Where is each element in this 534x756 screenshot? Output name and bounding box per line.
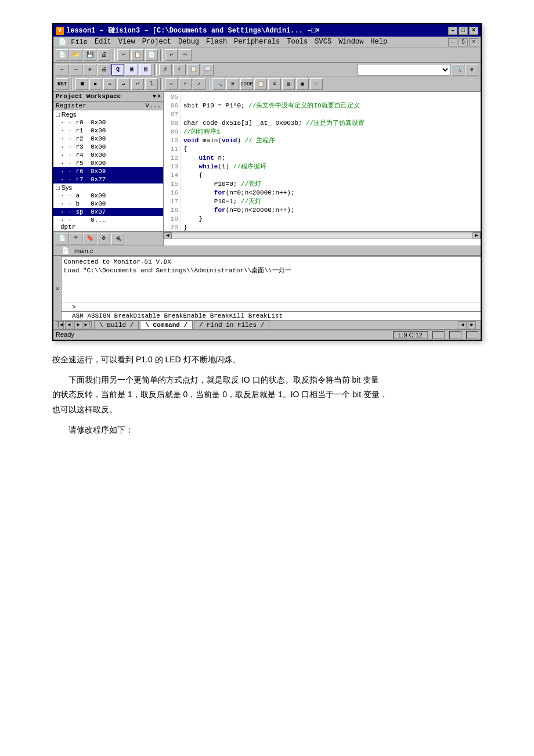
reg-row-r4[interactable]: · · r4 0x00: [53, 151, 163, 159]
reg-row-r6[interactable]: · · r6 0x09: [53, 167, 163, 175]
debug-btn2[interactable]: ▶: [89, 78, 102, 90]
save-button[interactable]: 💾: [84, 49, 96, 61]
tab-nav-last[interactable]: ►|: [84, 321, 92, 329]
debug-btn14[interactable]: ≡: [268, 78, 281, 90]
tb2-btn10[interactable]: 📋: [187, 64, 200, 75]
debug-btn13[interactable]: 📋: [254, 78, 267, 90]
tab-nav-next[interactable]: ►: [74, 321, 82, 329]
panel-btn4[interactable]: ⚙: [98, 233, 110, 244]
tree-sys-group[interactable]: □ Sys: [53, 183, 163, 192]
tb2-btn1[interactable]: ←: [56, 64, 68, 75]
panel-btn3[interactable]: 🔖: [84, 233, 96, 244]
reg-row-b[interactable]: · · b 0x00: [53, 200, 163, 208]
maximize-button[interactable]: □: [459, 27, 468, 35]
close-button[interactable]: ×: [469, 27, 478, 35]
debug-btn10[interactable]: 🔍: [212, 78, 225, 90]
panel-btn5[interactable]: 🔌: [111, 233, 124, 244]
menu-window[interactable]: Window: [336, 37, 366, 47]
tb2-btn9[interactable]: ⚡: [173, 64, 186, 75]
reg-row-r7[interactable]: · · r7 0x77: [53, 175, 163, 183]
menu-flash[interactable]: Flash: [204, 37, 229, 47]
reg-header-val[interactable]: V...: [146, 102, 161, 109]
menu-svcs[interactable]: SVCS: [312, 37, 334, 47]
panel-pin-button[interactable]: ▼: [153, 93, 156, 100]
copy-button[interactable]: 📋: [131, 49, 144, 61]
panel-btn1[interactable]: 📄: [56, 233, 68, 244]
tab-build[interactable]: \ Build /: [94, 321, 139, 329]
reg-row-r1[interactable]: · · r1 0x00: [53, 127, 163, 135]
debug-btn4[interactable]: ↵: [117, 78, 130, 90]
command-input-area[interactable]: >: [62, 303, 481, 311]
scroll-track[interactable]: [172, 233, 472, 238]
debug-btn7[interactable]: ⇨: [165, 78, 178, 90]
tb2-btn4[interactable]: 🖨: [98, 64, 110, 75]
tb2-btn11[interactable]: 📖: [201, 64, 214, 75]
tb2-btn3[interactable]: ⊙: [84, 64, 96, 75]
print-button[interactable]: 🖨: [98, 49, 110, 61]
tb2-btn6[interactable]: ▣: [125, 64, 138, 75]
redo-button[interactable]: ↪: [179, 49, 192, 61]
tb-separator-6: [208, 78, 210, 90]
tab-find-in-files[interactable]: / Find in Files /: [194, 321, 269, 329]
minimize-button[interactable]: –: [448, 27, 457, 35]
menu-file[interactable]: 📄 File: [56, 37, 90, 47]
paste-button[interactable]: 📄: [145, 49, 158, 61]
app-close-button[interactable]: ×: [469, 38, 478, 46]
menu-peripherals[interactable]: Peripherals: [232, 37, 282, 47]
debug-btn16[interactable]: ▣: [296, 78, 309, 90]
menu-view[interactable]: View: [116, 37, 138, 47]
tab-nav-prev[interactable]: ◄: [65, 321, 73, 329]
menu-help[interactable]: Help: [368, 37, 389, 47]
reg-row-r3[interactable]: · · r3 0x00: [53, 143, 163, 151]
tb2-btn7[interactable]: ▤: [139, 64, 152, 75]
panel-close-button[interactable]: ×: [157, 93, 161, 100]
target-dropdown[interactable]: [358, 64, 450, 75]
debug-btn1[interactable]: ⏹: [75, 78, 88, 90]
reg-row-r2[interactable]: · · r2 0x00: [53, 135, 163, 143]
tb2-btn5[interactable]: Q: [111, 64, 124, 75]
open-button[interactable]: 📂: [70, 49, 82, 61]
tab-scroll-right[interactable]: ►: [468, 321, 476, 329]
menu-debug[interactable]: Debug: [176, 37, 201, 47]
menu-edit[interactable]: Edit: [92, 37, 114, 47]
app-minimize-button[interactable]: –: [448, 38, 457, 46]
debug-btn9[interactable]: ✓: [193, 78, 205, 90]
debug-btn12[interactable]: CODE: [240, 78, 253, 90]
rst-button[interactable]: RST: [56, 78, 68, 90]
app-restore-button[interactable]: 5: [459, 38, 468, 46]
debug-btn6[interactable]: ⤵: [145, 78, 158, 90]
tb2-btn13[interactable]: ⚙: [466, 64, 478, 75]
reg-row-r5[interactable]: · · r5 0x00: [53, 159, 163, 167]
reg-row-sp[interactable]: · · sp 0x07: [53, 208, 163, 216]
tab-scroll-left[interactable]: ◄: [459, 321, 467, 329]
tb2-btn8[interactable]: ☍: [159, 64, 172, 75]
title-bar-left: V lesson1 – 碰ision3 – [C:\Documents and …: [56, 26, 320, 35]
debug-btn8[interactable]: ⚡: [179, 78, 192, 90]
new-file-button[interactable]: 📄: [56, 49, 68, 61]
undo-button[interactable]: ↩: [165, 49, 178, 61]
code-line-15: 15 P10=0; //亮灯: [165, 180, 479, 189]
debug-btn11[interactable]: ≣: [226, 78, 239, 90]
reg-row-a[interactable]: · · a 0x00: [53, 192, 163, 200]
code-area[interactable]: 05 06 sbit P10 = P1^0; //头文件中没有定义的IO就要自己…: [164, 92, 481, 231]
tree-regs-group[interactable]: □ Regs: [53, 110, 163, 118]
tab-command[interactable]: \ Command /: [140, 321, 193, 329]
scroll-right-button[interactable]: ►: [472, 232, 481, 239]
code-hscrollbar[interactable]: ◄ ►: [164, 231, 481, 239]
file-tab-label[interactable]: main.c: [71, 247, 96, 254]
reg-row-dptr[interactable]: · · dptr 0...: [53, 216, 163, 231]
debug-btn15[interactable]: ▤: [282, 78, 295, 90]
tb2-btn2[interactable]: →: [70, 64, 82, 75]
tb2-btn12[interactable]: 🔍: [452, 64, 464, 75]
reg-row-r0[interactable]: · · r0 0x00: [53, 118, 163, 127]
panel-btn2[interactable]: ≡: [70, 233, 82, 244]
cut-button[interactable]: ✂: [117, 49, 130, 61]
debug-btn17[interactable]: ☞: [310, 78, 323, 90]
menu-tools[interactable]: Tools: [284, 37, 310, 47]
output-collapse-handle[interactable]: ×: [53, 256, 62, 320]
tab-nav-first[interactable]: |◄: [56, 321, 64, 329]
menu-project[interactable]: Project: [140, 37, 174, 47]
debug-btn3[interactable]: ⇒: [103, 78, 116, 90]
scroll-left-button[interactable]: ◄: [164, 232, 172, 239]
debug-btn5[interactable]: ↩: [131, 78, 144, 90]
